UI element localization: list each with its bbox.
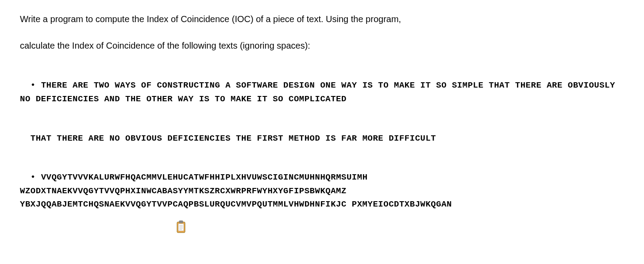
- instruction-line-1: Write a program to compute the Index of …: [20, 12, 624, 26]
- text-sample-1-part-1: THERE ARE TWO WAYS OF CONSTRUCTING A SOF…: [20, 65, 624, 106]
- sample-1-continuation: THAT THERE ARE NO OBVIOUS DEFICIENCIES T…: [31, 134, 436, 143]
- bullet-2: [31, 172, 41, 182]
- instruction-text: Write a program to compute the Index of …: [20, 12, 624, 52]
- sample-2-text: VVQGYTVVVKALURWFHQACMMVLEHUCATWFHHIPLXHV…: [20, 172, 452, 209]
- instruction-line-2: calculate the Index of Coincidence of th…: [20, 39, 624, 52]
- bullet-1: [31, 80, 41, 90]
- clipboard-icon: [175, 220, 187, 235]
- text-sample-2: VVQGYTVVVKALURWFHQACMMVLEHUCATWFHHIPLXHV…: [20, 157, 624, 211]
- svg-rect-1: [178, 224, 184, 231]
- svg-rect-2: [179, 221, 183, 223]
- sample-1-text: THERE ARE TWO WAYS OF CONSTRUCTING A SOF…: [20, 80, 621, 103]
- text-sample-1-part-2: THAT THERE ARE NO OBVIOUS DEFICIENCIES T…: [20, 118, 624, 145]
